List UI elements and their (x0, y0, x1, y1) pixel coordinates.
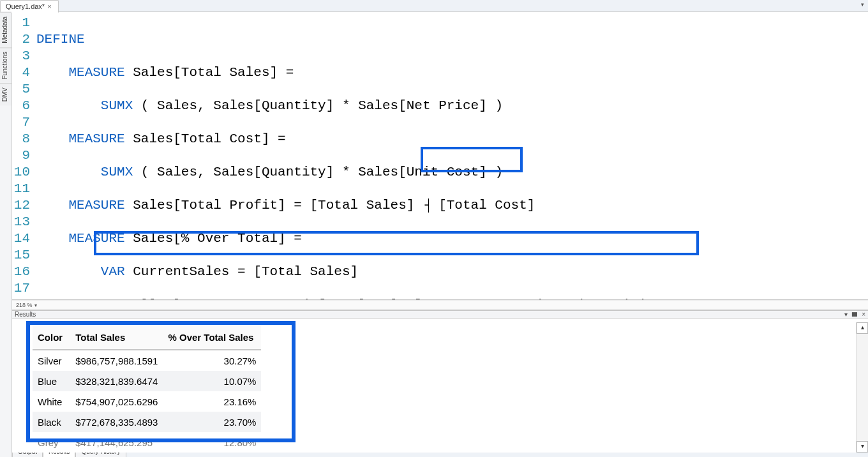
zoom-level: 218 % (16, 302, 33, 308)
cell-sales: $754,907,025.6296 (70, 391, 163, 412)
code-body[interactable]: DEFINE MEASURE Sales[Total Sales] = SUMX… (34, 12, 868, 299)
side-panels: Metadata Functions DMV (0, 12, 12, 457)
line-number: 1 (12, 15, 30, 31)
file-tab[interactable]: Query1.dax* × (0, 0, 59, 13)
line-number: 13 (12, 214, 30, 230)
cell-sales: $417,144,625.295 (70, 432, 163, 453)
tab-strip: Query1.dax* × ▾ (0, 0, 868, 12)
line-number: 15 (12, 247, 30, 264)
file-tab-name: Query1.dax* (6, 3, 45, 10)
side-tab-metadata[interactable]: Metadata (0, 12, 11, 47)
cell-sales: $986,757,988.1591 (70, 350, 163, 371)
results-grid-wrap: Color Total Sales % Over Total Sales Sil… (12, 318, 868, 453)
cell-pct: 12.80% (163, 432, 261, 453)
line-number: 9 (12, 147, 30, 164)
line-number: 4 (12, 64, 30, 81)
code-editor[interactable]: 1 2 3 4 5 6 7 8 9 10 11 12 13 14 15 16 1 (12, 12, 868, 300)
line-number: 16 (12, 264, 30, 280)
cell-pct: 23.70% (163, 412, 261, 432)
panel-pin-icon[interactable]: ⯀ (851, 311, 858, 318)
table-row[interactable]: Black $772,678,335.4893 23.70% (33, 412, 261, 432)
table-row[interactable]: Grey $417,144,625.295 12.80% (33, 432, 261, 453)
line-number: 6 (12, 98, 30, 114)
col-pct-over-total[interactable]: % Over Total Sales (163, 326, 261, 350)
scroll-up-icon[interactable]: ▴ (857, 322, 868, 334)
cell-color: White (33, 391, 70, 412)
panel-menu-icon[interactable]: ▾ (844, 311, 848, 318)
text-caret (428, 199, 430, 213)
cell-color: Black (33, 412, 70, 432)
table-header-row: Color Total Sales % Over Total Sales (33, 326, 261, 350)
line-number: 3 (12, 48, 30, 64)
line-number: 7 (12, 114, 30, 131)
results-header: Results ▾ ⯀ × (12, 311, 868, 318)
zoom-bar[interactable]: 218 % ▾ (12, 300, 868, 310)
col-color[interactable]: Color (33, 326, 70, 350)
cell-color: Silver (33, 350, 70, 371)
panel-close-icon[interactable]: × (862, 311, 865, 318)
cell-sales: $772,678,335.4893 (70, 412, 163, 432)
cell-sales: $328,321,839.6474 (70, 371, 163, 391)
app-root: Query1.dax* × ▾ Metadata Functions DMV 1… (0, 0, 868, 457)
scroll-down-icon[interactable]: ▾ (857, 441, 868, 453)
results-title: Results (15, 311, 36, 318)
line-number: 14 (12, 230, 30, 247)
cell-pct: 10.07% (163, 371, 261, 391)
cell-pct: 23.16% (163, 391, 261, 412)
cell-pct: 30.27% (163, 350, 261, 371)
tab-dropdown-icon[interactable]: ▾ (861, 1, 864, 8)
line-gutter: 1 2 3 4 5 6 7 8 9 10 11 12 13 14 15 16 1 (12, 12, 34, 299)
col-total-sales[interactable]: Total Sales (70, 326, 163, 350)
side-tab-functions[interactable]: Functions (0, 47, 11, 83)
table-row[interactable]: White $754,907,025.6296 23.16% (33, 391, 261, 412)
table-row[interactable]: Blue $328,321,839.6474 10.07% (33, 371, 261, 391)
editor-wrap: 1 2 3 4 5 6 7 8 9 10 11 12 13 14 15 16 1 (12, 12, 868, 457)
vertical-scrollbar[interactable]: ▴ ▾ (856, 322, 868, 453)
results-grid[interactable]: Color Total Sales % Over Total Sales Sil… (33, 326, 261, 453)
line-number: 5 (12, 81, 30, 98)
line-number: 11 (12, 181, 30, 197)
cell-color: Blue (33, 371, 70, 391)
close-icon[interactable]: × (47, 3, 51, 10)
line-number: 8 (12, 131, 30, 147)
line-number: 12 (12, 197, 30, 214)
line-number: 17 (12, 280, 30, 297)
main-row: Metadata Functions DMV 1 2 3 4 5 6 7 8 9… (0, 12, 868, 457)
results-panel: Results ▾ ⯀ × Color Total Sales (12, 310, 868, 446)
side-tab-dmv[interactable]: DMV (0, 83, 11, 105)
table-row[interactable]: Silver $986,757,988.1591 30.27% (33, 350, 261, 371)
line-number: 10 (12, 164, 30, 181)
line-number: 2 (12, 31, 30, 48)
cell-color: Grey (33, 432, 70, 453)
chevron-down-icon[interactable]: ▾ (34, 303, 37, 308)
